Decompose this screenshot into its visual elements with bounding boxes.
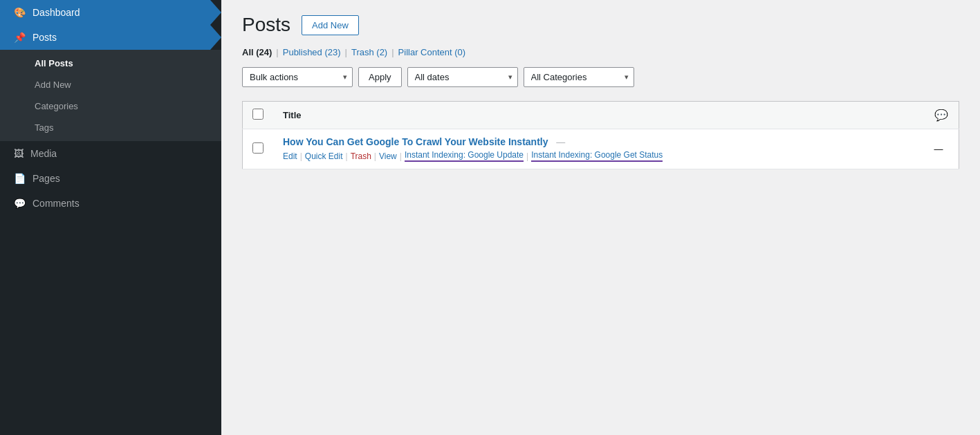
bulk-actions-wrap: Bulk actions Edit Move to Trash ▾ [242,67,353,87]
filter-trash[interactable]: Trash (2) [351,47,387,57]
submenu-item-all-posts[interactable]: All Posts [0,53,221,74]
table-header-row: Title 💬 [243,102,959,129]
row-checkbox-cell [243,129,274,169]
post-actions: Edit | Quick Edit | Trash | View | Insta… [283,150,915,162]
add-new-button[interactable]: Add New [302,15,359,35]
row-checkbox[interactable] [252,142,264,154]
instant-indexing-update-link[interactable]: Instant Indexing: Google Update [405,150,524,162]
comment-column-icon: 💬 [934,109,948,121]
row-comment-cell: — [925,129,959,169]
all-dates-wrap: All dates ▾ [407,67,518,87]
instant-indexing-status-link[interactable]: Instant Indexing: Google Get Status [531,150,663,162]
select-all-checkbox[interactable] [252,109,264,120]
dashboard-icon: 🎨 [14,7,26,18]
header-checkbox-cell [243,102,274,129]
sidebar-item-label: Dashboard [33,7,80,18]
post-dash: — [556,137,565,147]
sidebar-item-label: Comments [33,198,80,209]
trash-link[interactable]: Trash [351,151,371,161]
all-dates-select[interactable]: All dates [407,67,518,87]
quick-edit-link[interactable]: Quick Edit [305,151,343,161]
sidebar-item-comments[interactable]: 💬 Comments [0,191,221,216]
posts-icon: 📌 [14,32,26,43]
sidebar-item-label: Posts [33,32,57,43]
toolbar: Bulk actions Edit Move to Trash ▾ Apply … [242,67,959,87]
apply-button[interactable]: Apply [358,67,402,87]
sidebar-item-label: Pages [33,173,60,184]
comment-count: — [934,144,943,154]
filter-all[interactable]: All (24) [242,47,272,57]
main-content: Posts Add New All (24) | Published (23) … [221,0,980,435]
comments-icon: 💬 [14,198,26,209]
page-title: Posts [242,14,290,36]
bulk-actions-select[interactable]: Bulk actions Edit Move to Trash [242,67,353,87]
sidebar: 🎨 Dashboard 📌 Posts All Posts Add New Ca… [0,0,221,435]
sidebar-item-label: Media [30,148,57,159]
pages-icon: 📄 [14,173,26,184]
filter-published[interactable]: Published (23) [283,47,341,57]
submenu-item-tags[interactable]: Tags [0,117,221,138]
header-title-cell: Title [273,102,925,129]
edit-link[interactable]: Edit [283,151,297,161]
all-categories-select[interactable]: All Categories [524,67,634,87]
title-column-header: Title [283,110,302,120]
sidebar-item-media[interactable]: 🖼 Media [0,141,221,166]
page-header: Posts Add New [242,14,959,36]
sidebar-item-posts[interactable]: 📌 Posts [0,25,221,50]
posts-submenu: All Posts Add New Categories Tags [0,50,221,141]
header-comment-cell: 💬 [925,102,959,129]
posts-table: Title 💬 How You Can Get Google To Crawl … [242,101,959,169]
sidebar-item-dashboard[interactable]: 🎨 Dashboard [0,0,221,25]
media-icon: 🖼 [14,148,24,159]
filter-pillar[interactable]: Pillar Content (0) [398,47,466,57]
view-link[interactable]: View [379,151,397,161]
all-categories-wrap: All Categories ▾ [524,67,634,87]
sidebar-item-pages[interactable]: 📄 Pages [0,166,221,191]
table-row: How You Can Get Google To Crawl Your Web… [243,129,959,169]
filter-links: All (24) | Published (23) | Trash (2) | … [242,47,959,57]
row-title-cell: How You Can Get Google To Crawl Your Web… [273,129,925,169]
post-title-link[interactable]: How You Can Get Google To Crawl Your Web… [283,136,548,147]
submenu-item-categories[interactable]: Categories [0,95,221,117]
submenu-item-add-new[interactable]: Add New [0,74,221,95]
